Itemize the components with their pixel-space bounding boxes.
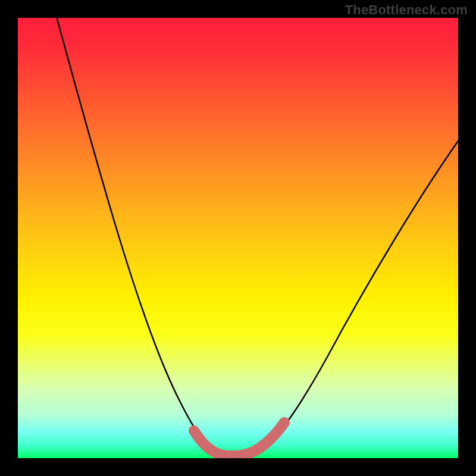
trough-highlight [194,422,284,456]
bottleneck-curve [18,18,458,458]
watermark-text: TheBottleneck.com [345,2,468,18]
plot-area [18,18,458,458]
chart-frame: TheBottleneck.com [0,0,476,476]
curve-line [54,18,458,455]
